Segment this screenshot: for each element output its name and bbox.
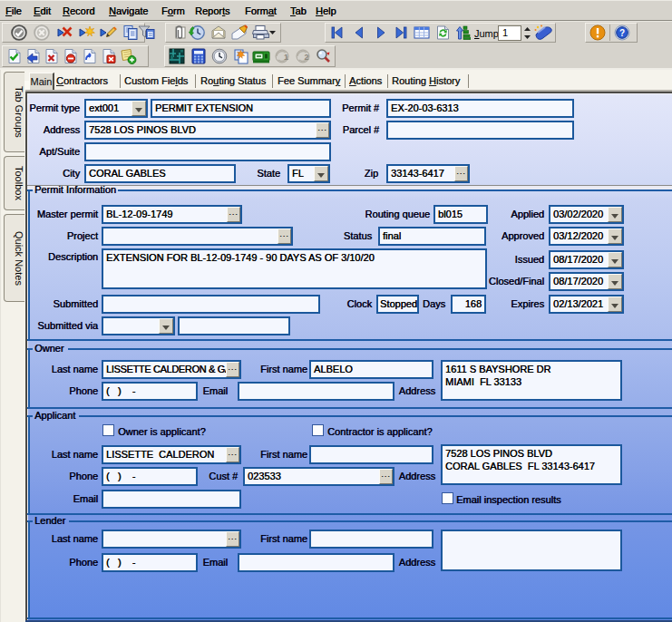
svg-text:1: 1 bbox=[284, 53, 288, 62]
svg-text:2: 2 bbox=[305, 53, 309, 62]
svg-text:?: ? bbox=[619, 28, 625, 38]
